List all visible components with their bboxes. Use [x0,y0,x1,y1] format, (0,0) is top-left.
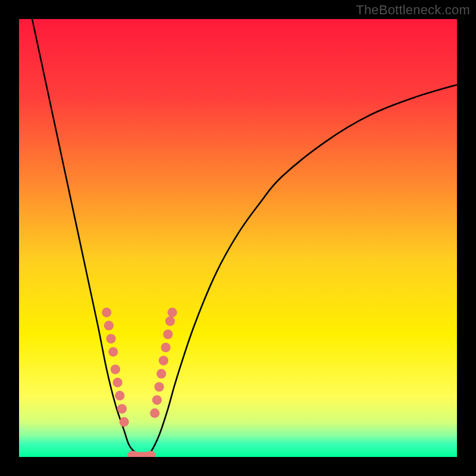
data-marker [165,317,175,326]
right-curve [146,84,457,455]
data-marker [156,369,166,378]
data-marker [150,408,159,418]
marker-group [102,308,177,457]
data-marker [161,343,170,352]
data-marker [120,417,129,427]
watermark-text: TheBottleneck.com [356,2,470,18]
data-marker [111,365,120,374]
data-marker [154,382,164,392]
data-marker [106,334,115,343]
data-marker [104,321,114,330]
data-marker [115,391,124,400]
data-marker [152,395,162,405]
chart-frame: TheBottleneck.com [0,0,476,476]
plot-area [19,19,457,457]
data-marker [168,308,177,317]
data-marker [159,356,168,365]
curves-layer [19,19,457,457]
data-marker [108,347,118,356]
left-curve [32,19,142,456]
data-marker [117,404,127,414]
data-marker [113,378,123,387]
data-marker [102,308,111,317]
data-marker [163,330,173,339]
